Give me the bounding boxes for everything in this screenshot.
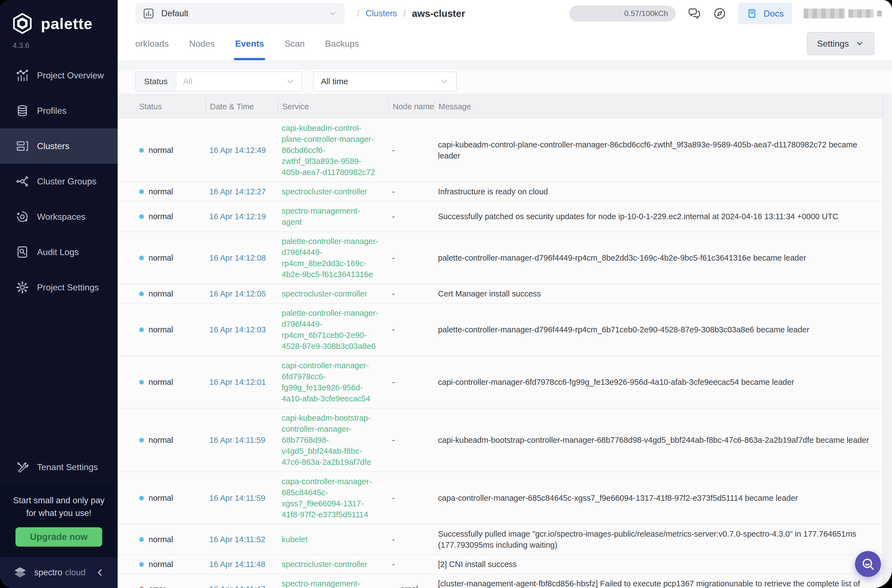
sidebar-item-workspaces[interactable]: Workspaces (0, 199, 118, 234)
message-cell: palette-controller-manager-d796f4449-rp4… (434, 324, 874, 335)
breadcrumb-current: aws-cluster (412, 8, 466, 19)
status-cell: normal (135, 376, 206, 388)
chevron-down-icon (285, 77, 295, 86)
status-label: normal (149, 559, 173, 570)
sidebar-item-cluster-groups[interactable]: Cluster Groups (0, 164, 118, 199)
upsell-panel: Start small and only pay for what you us… (0, 485, 118, 557)
audit-logs-icon (15, 245, 29, 259)
compass-icon[interactable] (713, 7, 727, 20)
message-cell: capi-kubeadm-bootstrap-controller-manage… (434, 435, 874, 446)
service-link[interactable]: spectrocluster-controller (278, 288, 388, 299)
column-header-node-name: Node name (388, 99, 434, 114)
collapse-sidebar-icon[interactable] (95, 567, 105, 578)
project-selector[interactable]: Default (135, 3, 345, 24)
book-icon (746, 8, 758, 20)
table-row: normal16 Apr 14:11:52kubelet-Successfull… (118, 525, 892, 555)
breadcrumb-link-clusters[interactable]: Clusters (366, 9, 397, 18)
chat-icon[interactable] (687, 7, 701, 20)
message-cell: [cluster-management-agent-fbf8cd856-hbsf… (434, 578, 874, 588)
column-header-service: Service (278, 99, 388, 114)
redacted-username (848, 9, 874, 18)
status-label: normal (149, 534, 173, 545)
message-cell: [2] CNI install success (434, 559, 874, 570)
tab-nodes[interactable]: Nodes (189, 27, 215, 60)
redacted-username (803, 9, 845, 18)
sidebar-item-clusters[interactable]: Clusters (0, 128, 118, 164)
status-dot-icon (139, 562, 144, 567)
status-cell: error (135, 584, 206, 588)
sidebar-item-profiles[interactable]: Profiles (0, 93, 118, 128)
status-label: normal (149, 186, 173, 197)
user-menu[interactable] (803, 9, 882, 18)
support-search-fab[interactable] (855, 551, 881, 577)
status-dot-icon (139, 189, 144, 194)
sidebar-item-project-settings[interactable]: Project Settings (0, 270, 118, 305)
date-cell: 16 Apr 14:11:48 (206, 559, 278, 570)
sidebar-item-audit-logs[interactable]: Audit Logs (0, 234, 118, 270)
breadcrumb-separator: / (403, 8, 406, 20)
chevron-down-icon (855, 39, 864, 48)
status-dot-icon (139, 148, 144, 153)
status-label: normal (149, 492, 173, 504)
message-cell: capa-controller-manager-685c84645c-xgss7… (434, 492, 874, 504)
tab-orkloads[interactable]: orkloads (135, 27, 169, 60)
chevron-down-icon (328, 9, 338, 18)
events-panel: Status All All time Status Date & Time S… (118, 60, 892, 588)
status-label: normal (149, 376, 173, 388)
table-row: normal16 Apr 14:11:59capi-kubeadm-bootst… (118, 409, 892, 472)
sidebar-nav: Project OverviewProfilesClustersCluster … (0, 58, 118, 305)
service-link[interactable]: capi-kubeadm-bootstrap-controller-manage… (278, 412, 388, 468)
settings-button[interactable]: Settings (807, 32, 874, 55)
table-row: normal16 Apr 14:11:48spectrocluster-cont… (118, 555, 892, 574)
message-cell: capi-controller-manager-6fd7978cc6-fg99g… (434, 376, 874, 388)
service-link[interactable]: capi-kubeadm-control-plane-controller-ma… (278, 123, 388, 178)
tab-events[interactable]: Events (235, 27, 264, 60)
node-name-cell: - (388, 376, 434, 388)
service-link[interactable]: kubelet (278, 534, 388, 545)
tab-backups[interactable]: Backups (325, 27, 359, 60)
upgrade-now-button[interactable]: Upgrade now (15, 527, 102, 547)
status-filter-placeholder: All (183, 77, 192, 86)
table-row: normal16 Apr 14:12:08palette-controller-… (118, 232, 892, 284)
service-link[interactable]: spectrocluster-controller (278, 559, 388, 570)
service-link[interactable]: spectrocluster-controller (278, 186, 388, 197)
sidebar-item-label: Project Settings (37, 282, 99, 292)
tab-scan[interactable]: Scan (284, 27, 305, 60)
message-cell: capi-kubeadm-control-plane-controller-ma… (434, 139, 874, 161)
column-header-status: Status (135, 99, 206, 114)
node-name-cell: - (388, 492, 434, 504)
status-filter[interactable]: Status All (135, 72, 302, 92)
service-link[interactable]: spectro-management-agent (278, 206, 388, 228)
node-name-cell: - (388, 252, 434, 263)
sidebar-spacer (0, 305, 118, 449)
service-link[interactable]: palette-controller-manager-d796f4449-rp4… (278, 308, 388, 352)
date-cell: 16 Apr 14:12:49 (206, 145, 278, 156)
sidebar-item-label: Profiles (37, 106, 66, 116)
sidebar-item-project-overview[interactable]: Project Overview (0, 58, 118, 93)
project-selector-value: Default (161, 9, 188, 18)
usage-badge: 0.57/100kCh (569, 6, 676, 21)
sidebar: palette 4.3.6 Project OverviewProfilesCl… (0, 0, 118, 588)
status-dot-icon (139, 380, 144, 384)
docs-button[interactable]: Docs (738, 3, 792, 24)
workspaces-icon (15, 210, 29, 224)
service-link[interactable]: spectro-management-agent (278, 578, 388, 588)
scrollbar-track[interactable] (883, 94, 892, 588)
tab-bar: orkloadsNodesEventsScanBackups Settings (118, 27, 892, 60)
service-link[interactable]: capa-controller-manager-685c84645c-xgss7… (278, 476, 388, 520)
service-link[interactable]: palette-controller-manager-d796f4449-rp4… (278, 236, 388, 280)
date-cell: 16 Apr 14:11:52 (206, 534, 278, 545)
status-cell: normal (135, 324, 206, 335)
table-row: normal16 Apr 14:12:05spectrocluster-cont… (118, 284, 892, 304)
breadcrumb: / Clusters / aws-cluster (357, 8, 465, 20)
status-cell: normal (135, 492, 206, 504)
service-link[interactable]: capi-controller-manager-6fd7978cc6-fg99g… (278, 360, 388, 404)
date-cell: 16 Apr 14:12:03 (206, 324, 278, 335)
date-cell: 16 Apr 14:12:08 (206, 252, 278, 263)
table-row: normal16 Apr 14:12:03palette-controller-… (118, 304, 892, 356)
node-name-cell: - (388, 534, 434, 545)
table-row: error16 Apr 14:11:47spectro-management-a… (118, 574, 892, 588)
sidebar-item-label: Project Overview (37, 70, 104, 81)
time-range-filter[interactable]: All time (313, 72, 457, 92)
sidebar-item-tenant-settings[interactable]: Tenant Settings (0, 449, 118, 485)
